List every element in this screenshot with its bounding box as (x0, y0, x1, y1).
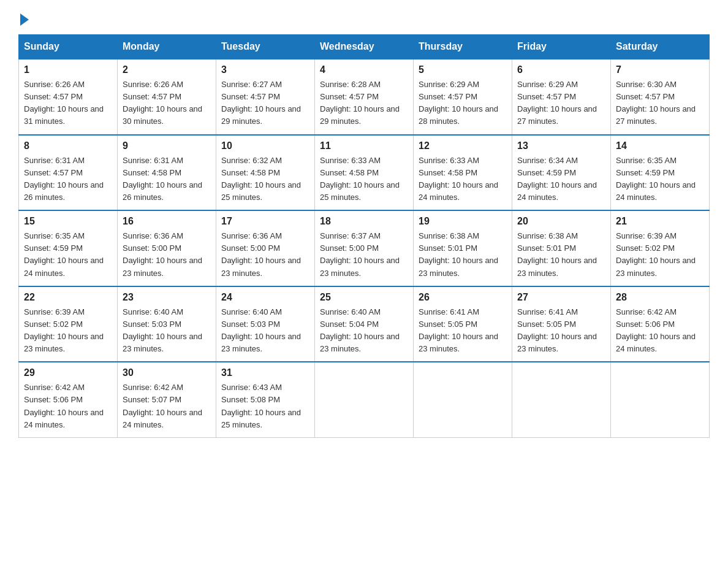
day-cell-16: 16 Sunrise: 6:36 AM Sunset: 5:00 PM Dayl… (118, 210, 216, 286)
col-header-sunday: Sunday (19, 35, 118, 59)
day-cell-30: 30 Sunrise: 6:42 AM Sunset: 5:07 PM Dayl… (118, 362, 216, 437)
col-header-monday: Monday (118, 35, 216, 59)
day-cell-27: 27 Sunrise: 6:41 AM Sunset: 5:05 PM Dayl… (512, 286, 611, 362)
calendar-header-row: SundayMondayTuesdayWednesdayThursdayFrid… (19, 35, 710, 59)
day-info: Sunrise: 6:42 AM Sunset: 5:06 PM Dayligh… (616, 306, 704, 356)
day-number: 15 (24, 216, 112, 227)
day-info: Sunrise: 6:28 AM Sunset: 4:57 PM Dayligh… (320, 79, 408, 128)
day-cell-10: 10 Sunrise: 6:32 AM Sunset: 4:58 PM Dayl… (216, 135, 315, 211)
day-info: Sunrise: 6:39 AM Sunset: 5:02 PM Dayligh… (616, 230, 704, 280)
day-number: 4 (320, 64, 408, 75)
calendar-week-4: 22 Sunrise: 6:39 AM Sunset: 5:02 PM Dayl… (19, 286, 710, 362)
day-cell-4: 4 Sunrise: 6:28 AM Sunset: 4:57 PM Dayli… (315, 59, 414, 135)
day-info: Sunrise: 6:34 AM Sunset: 4:59 PM Dayligh… (517, 155, 605, 204)
day-cell-23: 23 Sunrise: 6:40 AM Sunset: 5:03 PM Dayl… (118, 286, 216, 362)
day-info: Sunrise: 6:30 AM Sunset: 4:57 PM Dayligh… (616, 79, 704, 128)
day-info: Sunrise: 6:38 AM Sunset: 5:01 PM Dayligh… (517, 230, 605, 280)
day-info: Sunrise: 6:40 AM Sunset: 5:04 PM Dayligh… (320, 306, 408, 356)
day-info: Sunrise: 6:37 AM Sunset: 5:00 PM Dayligh… (320, 230, 408, 280)
logo (18, 12, 29, 23)
day-cell-15: 15 Sunrise: 6:35 AM Sunset: 4:59 PM Dayl… (19, 210, 118, 286)
day-info: Sunrise: 6:31 AM Sunset: 4:57 PM Dayligh… (24, 155, 112, 204)
day-cell-3: 3 Sunrise: 6:27 AM Sunset: 4:57 PM Dayli… (216, 59, 315, 135)
calendar-week-3: 15 Sunrise: 6:35 AM Sunset: 4:59 PM Dayl… (19, 210, 710, 286)
empty-cell (512, 362, 611, 437)
day-number: 6 (517, 64, 605, 75)
calendar-week-2: 8 Sunrise: 6:31 AM Sunset: 4:57 PM Dayli… (19, 135, 710, 211)
day-info: Sunrise: 6:40 AM Sunset: 5:03 PM Dayligh… (123, 306, 211, 356)
day-cell-19: 19 Sunrise: 6:38 AM Sunset: 5:01 PM Dayl… (414, 210, 512, 286)
day-number: 29 (24, 367, 112, 378)
day-number: 12 (419, 140, 507, 151)
day-cell-17: 17 Sunrise: 6:36 AM Sunset: 5:00 PM Dayl… (216, 210, 315, 286)
day-cell-6: 6 Sunrise: 6:29 AM Sunset: 4:57 PM Dayli… (512, 59, 611, 135)
day-cell-14: 14 Sunrise: 6:35 AM Sunset: 4:59 PM Dayl… (611, 135, 710, 211)
day-info: Sunrise: 6:29 AM Sunset: 4:57 PM Dayligh… (419, 79, 507, 128)
day-info: Sunrise: 6:41 AM Sunset: 5:05 PM Dayligh… (517, 306, 605, 356)
day-info: Sunrise: 6:36 AM Sunset: 5:00 PM Dayligh… (221, 230, 309, 280)
day-info: Sunrise: 6:38 AM Sunset: 5:01 PM Dayligh… (419, 230, 507, 280)
day-number: 13 (517, 140, 605, 151)
calendar-table: SundayMondayTuesdayWednesdayThursdayFrid… (18, 34, 710, 438)
day-number: 25 (320, 292, 408, 303)
page-header (18, 12, 710, 23)
day-number: 5 (419, 64, 507, 75)
day-info: Sunrise: 6:36 AM Sunset: 5:00 PM Dayligh… (123, 230, 211, 280)
day-cell-29: 29 Sunrise: 6:42 AM Sunset: 5:06 PM Dayl… (19, 362, 118, 437)
day-number: 24 (221, 292, 309, 303)
col-header-saturday: Saturday (611, 35, 710, 59)
day-info: Sunrise: 6:42 AM Sunset: 5:07 PM Dayligh… (123, 381, 211, 431)
day-cell-20: 20 Sunrise: 6:38 AM Sunset: 5:01 PM Dayl… (512, 210, 611, 286)
day-cell-25: 25 Sunrise: 6:40 AM Sunset: 5:04 PM Dayl… (315, 286, 414, 362)
day-cell-5: 5 Sunrise: 6:29 AM Sunset: 4:57 PM Dayli… (414, 59, 512, 135)
day-number: 19 (419, 216, 507, 227)
day-info: Sunrise: 6:41 AM Sunset: 5:05 PM Dayligh… (419, 306, 507, 356)
day-number: 31 (221, 367, 309, 378)
day-cell-12: 12 Sunrise: 6:33 AM Sunset: 4:58 PM Dayl… (414, 135, 512, 211)
calendar-week-5: 29 Sunrise: 6:42 AM Sunset: 5:06 PM Dayl… (19, 362, 710, 437)
day-info: Sunrise: 6:33 AM Sunset: 4:58 PM Dayligh… (419, 155, 507, 204)
day-number: 8 (24, 140, 112, 151)
day-info: Sunrise: 6:32 AM Sunset: 4:58 PM Dayligh… (221, 155, 309, 204)
day-cell-18: 18 Sunrise: 6:37 AM Sunset: 5:00 PM Dayl… (315, 210, 414, 286)
col-header-thursday: Thursday (414, 35, 512, 59)
day-cell-31: 31 Sunrise: 6:43 AM Sunset: 5:08 PM Dayl… (216, 362, 315, 437)
col-header-wednesday: Wednesday (315, 35, 414, 59)
day-cell-24: 24 Sunrise: 6:40 AM Sunset: 5:03 PM Dayl… (216, 286, 315, 362)
day-info: Sunrise: 6:26 AM Sunset: 4:57 PM Dayligh… (123, 79, 211, 128)
day-cell-22: 22 Sunrise: 6:39 AM Sunset: 5:02 PM Dayl… (19, 286, 118, 362)
day-number: 23 (123, 292, 211, 303)
col-header-tuesday: Tuesday (216, 35, 315, 59)
day-number: 3 (221, 64, 309, 75)
day-number: 14 (616, 140, 704, 151)
day-cell-2: 2 Sunrise: 6:26 AM Sunset: 4:57 PM Dayli… (118, 59, 216, 135)
day-cell-13: 13 Sunrise: 6:34 AM Sunset: 4:59 PM Dayl… (512, 135, 611, 211)
day-cell-8: 8 Sunrise: 6:31 AM Sunset: 4:57 PM Dayli… (19, 135, 118, 211)
day-number: 10 (221, 140, 309, 151)
day-cell-11: 11 Sunrise: 6:33 AM Sunset: 4:58 PM Dayl… (315, 135, 414, 211)
day-info: Sunrise: 6:35 AM Sunset: 4:59 PM Dayligh… (616, 155, 704, 204)
day-cell-1: 1 Sunrise: 6:26 AM Sunset: 4:57 PM Dayli… (19, 59, 118, 135)
day-info: Sunrise: 6:26 AM Sunset: 4:57 PM Dayligh… (24, 79, 112, 128)
empty-cell (611, 362, 710, 437)
day-number: 7 (616, 64, 704, 75)
day-number: 17 (221, 216, 309, 227)
day-cell-7: 7 Sunrise: 6:30 AM Sunset: 4:57 PM Dayli… (611, 59, 710, 135)
day-number: 28 (616, 292, 704, 303)
day-cell-26: 26 Sunrise: 6:41 AM Sunset: 5:05 PM Dayl… (414, 286, 512, 362)
day-number: 11 (320, 140, 408, 151)
day-number: 2 (123, 64, 211, 75)
day-info: Sunrise: 6:42 AM Sunset: 5:06 PM Dayligh… (24, 381, 112, 431)
day-number: 20 (517, 216, 605, 227)
empty-cell (414, 362, 512, 437)
day-info: Sunrise: 6:27 AM Sunset: 4:57 PM Dayligh… (221, 79, 309, 128)
day-info: Sunrise: 6:31 AM Sunset: 4:58 PM Dayligh… (123, 155, 211, 204)
day-number: 16 (123, 216, 211, 227)
day-number: 9 (123, 140, 211, 151)
day-info: Sunrise: 6:35 AM Sunset: 4:59 PM Dayligh… (24, 230, 112, 280)
day-number: 18 (320, 216, 408, 227)
day-info: Sunrise: 6:40 AM Sunset: 5:03 PM Dayligh… (221, 306, 309, 356)
empty-cell (315, 362, 414, 437)
col-header-friday: Friday (512, 35, 611, 59)
day-info: Sunrise: 6:39 AM Sunset: 5:02 PM Dayligh… (24, 306, 112, 356)
